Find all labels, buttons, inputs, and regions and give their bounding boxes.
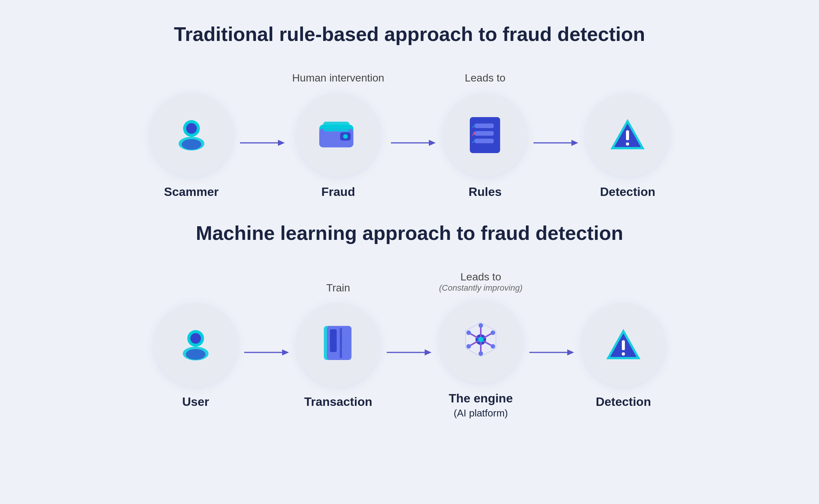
label-bottom-transaction: Transaction (304, 395, 372, 409)
node-detection2: Detection (582, 282, 665, 409)
label-bottom-scammer: Scammer (164, 185, 219, 199)
circle-scammer (150, 93, 233, 177)
label-bottom-detection1: Detection (600, 185, 656, 199)
svg-rect-57 (622, 340, 625, 350)
circle-detection1 (586, 93, 669, 177)
label-bottom-rules: Rules (469, 185, 502, 199)
svg-rect-58 (622, 352, 625, 355)
label-top-engine-sub: (Constantly improving) (439, 283, 522, 293)
svg-point-3 (182, 139, 201, 150)
svg-marker-21 (571, 140, 578, 146)
svg-rect-8 (323, 122, 350, 131)
section1-flow: Scammer Human intervention (38, 72, 781, 199)
circle-engine (439, 300, 522, 383)
svg-point-52 (478, 337, 483, 342)
circle-detection2 (582, 303, 665, 387)
label-top-engine: Leads to(Constantly improving) (439, 271, 522, 293)
svg-point-46 (479, 323, 483, 328)
icon-detection2 (582, 303, 665, 387)
svg-rect-24 (626, 130, 629, 140)
section-traditional: Traditional rule-based approach to fraud… (38, 23, 781, 199)
svg-point-10 (343, 134, 348, 139)
section2-title: Machine learning approach to fraud detec… (196, 222, 623, 244)
node-rules: Leads to ✓ ✗ ✓ Rules (443, 72, 527, 199)
svg-point-2 (186, 123, 197, 134)
svg-point-51 (466, 344, 471, 349)
label-bottom-user: User (182, 395, 209, 409)
icon-scammer (150, 93, 233, 177)
svg-point-50 (491, 330, 495, 335)
arrow2-traditional (384, 135, 443, 150)
icon-transaction (297, 303, 380, 387)
svg-point-29 (186, 349, 206, 360)
svg-rect-16 (475, 139, 494, 143)
label-bottom-engine: The engine(AI platform) (449, 391, 513, 419)
node-detection1: Detection (586, 72, 669, 199)
svg-point-47 (479, 351, 483, 356)
icon-user (154, 303, 237, 387)
svg-text:✗: ✗ (472, 131, 476, 137)
icon-fraud (297, 93, 380, 177)
section2-flow: User Train (38, 271, 781, 419)
arrow1-ml (237, 345, 297, 360)
arrow1-traditional (233, 135, 292, 150)
node-transaction: Train Transaction (297, 282, 380, 409)
node-scammer: Scammer (150, 72, 233, 199)
arrow3-ml (522, 345, 582, 360)
svg-marker-37 (425, 349, 431, 355)
label-bottom-detection2: Detection (596, 395, 651, 409)
node-fraud: Human intervention Fraud (292, 72, 384, 199)
svg-text:✓: ✓ (472, 138, 476, 144)
circle-user (154, 303, 237, 387)
label-bottom-fraud: Fraud (322, 185, 355, 199)
label-top-fraud: Human intervention (292, 72, 384, 86)
node-engine: Leads to(Constantly improving) (439, 271, 522, 419)
circle-rules: ✓ ✗ ✓ (443, 93, 527, 177)
arrow2-ml (380, 345, 439, 360)
label-top-transaction: Train (326, 282, 350, 296)
svg-point-48 (466, 330, 471, 335)
icon-rules: ✓ ✗ ✓ (443, 93, 527, 177)
icon-detection1 (586, 93, 669, 177)
svg-point-49 (491, 344, 495, 349)
arrow3-traditional (527, 135, 586, 150)
section-ml: Machine learning approach to fraud detec… (38, 222, 781, 419)
svg-rect-15 (475, 131, 494, 136)
svg-marker-54 (567, 349, 574, 355)
svg-point-28 (190, 333, 201, 344)
svg-rect-25 (626, 142, 629, 146)
icon-engine (439, 300, 522, 383)
svg-marker-31 (282, 349, 289, 355)
section1-title: Traditional rule-based approach to fraud… (174, 23, 645, 45)
svg-rect-14 (475, 124, 494, 128)
svg-rect-35 (330, 329, 337, 352)
svg-rect-34 (340, 328, 342, 358)
circle-fraud (297, 93, 380, 177)
svg-marker-12 (429, 140, 436, 146)
svg-text:✓: ✓ (472, 123, 476, 129)
svg-marker-5 (278, 140, 285, 146)
circle-transaction (297, 303, 380, 387)
label-top-rules: Leads to (465, 72, 505, 86)
node-user: User (154, 282, 237, 409)
